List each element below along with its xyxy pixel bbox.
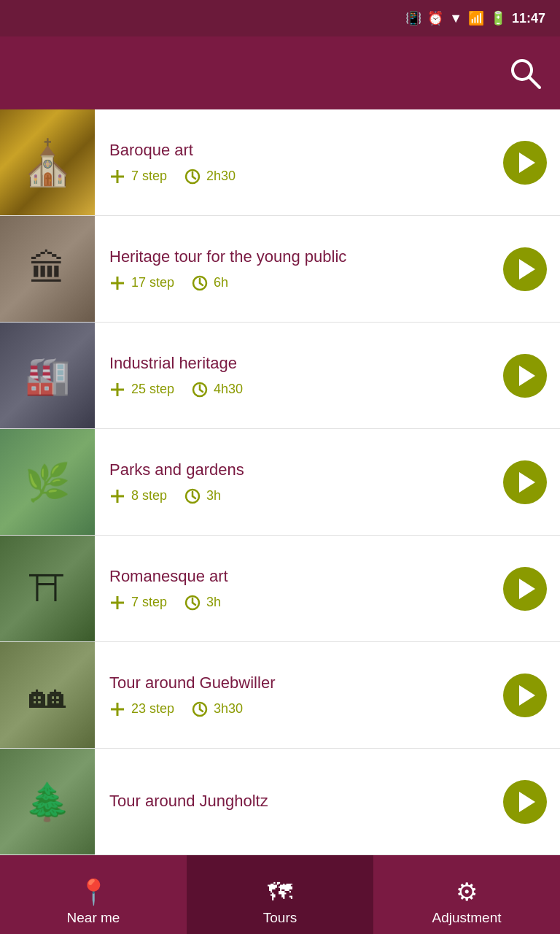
waypoint-icon <box>109 488 125 504</box>
svg-line-21 <box>192 496 195 498</box>
vibrate-icon: 📳 <box>405 10 421 26</box>
clock-icon <box>192 382 208 398</box>
svg-line-6 <box>192 177 195 179</box>
svg-line-16 <box>200 390 203 392</box>
duration-value: 3h30 <box>214 701 243 717</box>
tour-info: Tour around Guebwiller 23 step <box>95 660 503 730</box>
tour-meta: 8 step 3h <box>109 488 489 504</box>
waypoint-icon <box>109 169 125 185</box>
clock-icon <box>184 169 201 185</box>
steps-count: 23 step <box>131 701 174 717</box>
svg-line-11 <box>200 283 203 285</box>
steps-count: 7 step <box>131 169 167 184</box>
tour-duration: 3h30 <box>192 701 243 717</box>
play-button[interactable] <box>503 460 547 504</box>
tour-item[interactable]: Tour around Guebwiller 23 step <box>0 642 560 749</box>
nav-item-near-me[interactable]: 📍 Near me <box>0 855 187 934</box>
tour-item[interactable]: Romanesque art 7 step <box>0 536 560 642</box>
tour-item[interactable]: Heritage tour for the young public 17 st… <box>0 216 560 323</box>
tour-title: Parks and gardens <box>109 460 489 481</box>
steps-count: 17 step <box>131 275 174 290</box>
adjustment-nav-icon: ⚙ <box>456 879 478 904</box>
tour-steps: 25 step <box>109 382 174 398</box>
tour-info: Heritage tour for the young public 17 st… <box>95 234 503 304</box>
time-display: 11:47 <box>512 11 545 26</box>
play-button[interactable] <box>503 354 547 398</box>
nav-item-tours[interactable]: 🗺 Tours <box>187 855 373 934</box>
steps-count: 8 step <box>131 488 167 503</box>
wifi-icon: ▼ <box>449 11 462 26</box>
tour-steps: 17 step <box>109 275 174 291</box>
tour-title: Tour around Jungholtz <box>109 791 489 812</box>
tours-nav-icon: 🗺 <box>268 879 292 904</box>
near-me-nav-label: Near me <box>67 910 120 926</box>
clock-icon <box>192 275 208 291</box>
tour-item[interactable]: Baroque art 7 step <box>0 109 560 216</box>
tour-thumbnail <box>0 642 95 748</box>
play-button[interactable] <box>503 780 547 824</box>
tour-meta: 7 step 2h30 <box>109 169 489 185</box>
tour-steps: 7 step <box>109 169 167 185</box>
tour-item[interactable]: Industrial heritage 25 step <box>0 323 560 429</box>
tour-duration: 6h <box>192 275 228 291</box>
tour-title: Baroque art <box>109 140 489 161</box>
waypoint-icon <box>109 701 125 717</box>
play-button[interactable] <box>503 247 547 291</box>
clock-icon <box>192 701 208 717</box>
duration-value: 4h30 <box>214 382 243 397</box>
tour-duration: 3h <box>184 595 221 611</box>
tour-title: Heritage tour for the young public <box>109 247 489 268</box>
tours-nav-label: Tours <box>263 910 297 926</box>
duration-value: 3h <box>206 488 221 503</box>
tour-list: Baroque art 7 step <box>0 109 560 855</box>
tour-thumbnail <box>0 323 95 428</box>
steps-count: 7 step <box>131 595 167 610</box>
svg-line-26 <box>192 603 195 605</box>
near-me-nav-icon: 📍 <box>78 879 109 904</box>
alarm-icon: ⏰ <box>427 10 443 26</box>
duration-value: 6h <box>214 275 228 290</box>
waypoint-icon <box>109 275 125 291</box>
adjustment-nav-label: Adjustment <box>432 910 501 926</box>
steps-count: 25 step <box>131 382 174 397</box>
svg-line-1 <box>529 77 540 88</box>
tour-item[interactable]: Parks and gardens 8 step <box>0 429 560 536</box>
battery-icon: 🔋 <box>490 10 506 26</box>
tour-title: Tour around Guebwiller <box>109 673 489 694</box>
clock-icon <box>184 595 201 611</box>
play-button[interactable] <box>503 567 547 611</box>
status-bar: 📳 ⏰ ▼ 📶 🔋 11:47 <box>0 0 560 36</box>
waypoint-icon <box>109 382 125 398</box>
play-button[interactable] <box>503 141 547 185</box>
duration-value: 2h30 <box>206 169 236 184</box>
tour-thumbnail <box>0 749 95 854</box>
waypoint-icon <box>109 595 125 611</box>
tour-info: Tour around Jungholtz <box>95 778 503 825</box>
status-icons: 📳 ⏰ ▼ 📶 🔋 11:47 <box>405 10 545 26</box>
top-bar <box>0 36 560 109</box>
play-button[interactable] <box>503 674 547 717</box>
tour-title: Industrial heritage <box>109 353 489 374</box>
tour-duration: 4h30 <box>192 382 243 398</box>
tour-info: Romanesque art 7 step <box>95 553 503 624</box>
tour-item[interactable]: Tour around Jungholtz <box>0 749 560 855</box>
nav-item-adjustment[interactable]: ⚙ Adjustment <box>373 855 560 934</box>
bottom-nav: 📍 Near me 🗺 Tours ⚙ Adjustment <box>0 855 560 934</box>
tour-steps: 8 step <box>109 488 167 504</box>
tour-info: Parks and gardens 8 step <box>95 447 503 517</box>
search-button[interactable] <box>508 55 542 90</box>
signal-icon: 📶 <box>468 10 484 26</box>
tour-thumbnail <box>0 429 95 535</box>
tour-title: Romanesque art <box>109 566 489 587</box>
tour-thumbnail <box>0 536 95 641</box>
tour-steps: 23 step <box>109 701 174 717</box>
tour-meta: 7 step 3h <box>109 595 489 611</box>
tour-info: Baroque art 7 step <box>95 127 503 198</box>
tour-meta: 23 step 3h30 <box>109 701 489 717</box>
tour-duration: 3h <box>184 488 221 504</box>
tour-thumbnail <box>0 109 95 215</box>
tour-steps: 7 step <box>109 595 167 611</box>
tour-duration: 2h30 <box>184 169 236 185</box>
tour-meta: 17 step 6h <box>109 275 489 291</box>
svg-line-31 <box>200 709 203 711</box>
